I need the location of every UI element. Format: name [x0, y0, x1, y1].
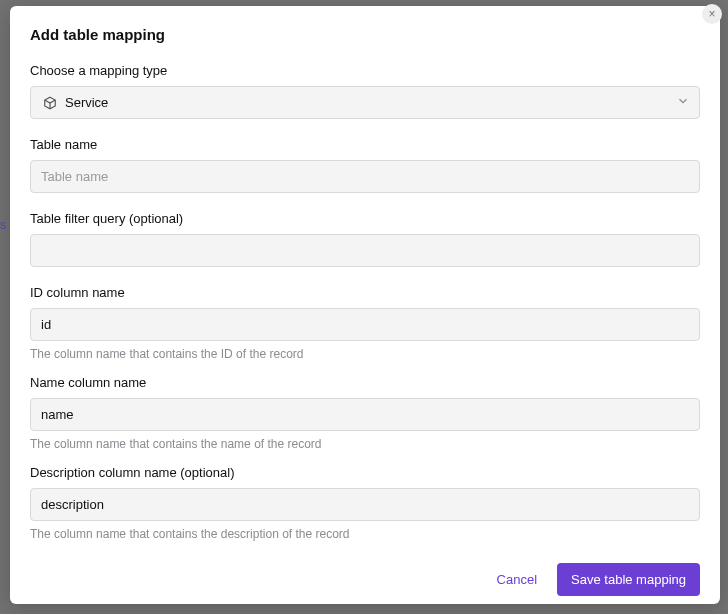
table-name-input[interactable] [30, 160, 700, 193]
close-button[interactable]: × [702, 4, 722, 24]
desc-column-input[interactable] [30, 488, 700, 521]
table-filter-input[interactable] [30, 234, 700, 267]
id-column-label: ID column name [30, 285, 700, 300]
modal-title: Add table mapping [30, 26, 700, 43]
name-column-hint: The column name that contains the name o… [30, 437, 700, 451]
table-name-label: Table name [30, 137, 700, 152]
mapping-type-value: Service [65, 95, 108, 110]
id-column-hint: The column name that contains the ID of … [30, 347, 700, 361]
cancel-button[interactable]: Cancel [493, 564, 541, 595]
cube-icon [43, 96, 57, 110]
desc-column-label: Description column name (optional) [30, 465, 700, 480]
bg-text-fragment: s [0, 218, 6, 232]
desc-column-hint: The column name that contains the descri… [30, 527, 700, 541]
mapping-type-select[interactable]: Service [30, 86, 700, 119]
save-button[interactable]: Save table mapping [557, 563, 700, 596]
id-column-input[interactable] [30, 308, 700, 341]
name-column-input[interactable] [30, 398, 700, 431]
add-table-mapping-modal: × Add table mapping Choose a mapping typ… [10, 6, 720, 604]
modal-footer: Cancel Save table mapping [30, 555, 700, 596]
name-column-label: Name column name [30, 375, 700, 390]
table-filter-label: Table filter query (optional) [30, 211, 700, 226]
mapping-type-label: Choose a mapping type [30, 63, 700, 78]
